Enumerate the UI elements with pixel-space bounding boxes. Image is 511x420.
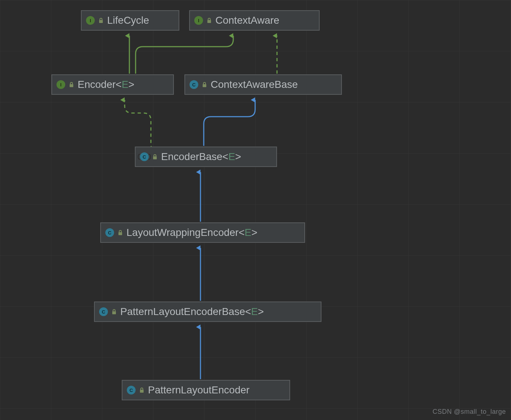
node-patternlayoutencoderbase[interactable]: C PatternLayoutEncoderBase<E> [94, 302, 321, 322]
node-label: ContextAware [215, 15, 279, 26]
node-patternlayoutencoder[interactable]: C PatternLayoutEncoder [122, 380, 290, 400]
node-contextaware[interactable]: I ContextAware [189, 10, 320, 31]
connectors-layer [0, 0, 511, 420]
lock-icon [98, 18, 104, 23]
node-layoutwrappingencoder[interactable]: C LayoutWrappingEncoder<E> [100, 222, 305, 243]
interface-icon: I [86, 16, 95, 25]
node-lifecycle[interactable]: I LifeCycle [81, 10, 179, 31]
edge-encoderbase-contextawarebase [204, 100, 255, 146]
node-label: LayoutWrappingEncoder<E> [126, 227, 257, 238]
watermark: CSDN @small_to_large [433, 408, 506, 416]
lock-icon [202, 82, 207, 87]
node-encoderbase[interactable]: C EncoderBase<E> [135, 147, 277, 167]
node-contextawarebase[interactable]: C ContextAwareBase [184, 74, 342, 95]
lock-icon [112, 309, 117, 314]
node-encoder[interactable]: I Encoder<E> [51, 74, 174, 95]
class-icon: C [127, 386, 136, 394]
lock-icon [207, 18, 212, 23]
class-icon: C [190, 80, 198, 89]
lock-icon [139, 388, 144, 393]
class-icon: C [99, 307, 108, 316]
lock-icon [69, 82, 74, 87]
grid-background [0, 0, 511, 420]
node-label: EncoderBase<E> [161, 151, 241, 163]
node-label: PatternLayoutEncoderBase<E> [120, 306, 264, 318]
abstract-class-icon: C [140, 152, 149, 161]
lock-icon [118, 230, 123, 235]
edge-encoder-contextaware [136, 36, 233, 74]
lock-icon [152, 154, 157, 159]
node-label: ContextAwareBase [211, 79, 298, 90]
interface-icon: I [56, 80, 65, 89]
class-icon: C [105, 228, 114, 237]
node-label: LifeCycle [107, 15, 149, 26]
interface-icon: I [194, 16, 203, 25]
node-label: Encoder<E> [78, 79, 134, 90]
edge-encoderbase-encoder [125, 100, 183, 151]
node-label: PatternLayoutEncoder [148, 384, 250, 396]
